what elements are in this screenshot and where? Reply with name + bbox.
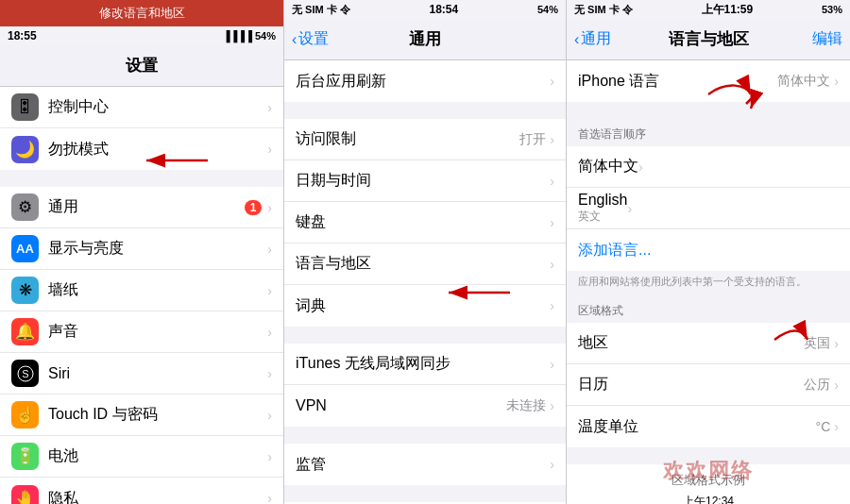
row-restrictions[interactable]: 访问限制 打开 › bbox=[284, 119, 566, 160]
mid-settings-list[interactable]: 后台应用刷新 › 访问限制 打开 › 日期与时间 › 键盘 › bbox=[284, 60, 566, 504]
siri-icon: S bbox=[11, 360, 39, 387]
row-general[interactable]: ⚙ 通用 1 › bbox=[0, 187, 283, 228]
row-display[interactable]: AA 显示与亮度 › bbox=[0, 228, 283, 270]
top-banner: 修改语言和地区 bbox=[0, 0, 283, 26]
chevron-icon: › bbox=[550, 74, 554, 89]
row-wallpaper[interactable]: ❋ 墙纸 › bbox=[0, 270, 283, 311]
chevron-icon: › bbox=[834, 74, 839, 89]
right-section-iphone-lang: iPhone 语言 简体中文 › bbox=[567, 60, 850, 102]
iphone-lang-label: iPhone 语言 bbox=[578, 72, 777, 92]
mid-section-4: 监管 › bbox=[284, 444, 566, 485]
row-sounds[interactable]: 🔔 声音 › bbox=[0, 311, 283, 353]
row-bg-refresh[interactable]: 后台应用刷新 › bbox=[284, 60, 566, 102]
chevron-icon: › bbox=[550, 298, 554, 313]
row-date-time[interactable]: 日期与时间 › bbox=[284, 160, 566, 202]
itunes-wifi-label: iTunes 无线局域网同步 bbox=[296, 354, 550, 374]
chevron-icon: › bbox=[550, 215, 554, 230]
right-nav-action[interactable]: 编辑 bbox=[812, 29, 842, 49]
mid-back-label: 设置 bbox=[298, 29, 329, 49]
chevron-icon: › bbox=[550, 132, 554, 147]
row-english[interactable]: English 英文 › bbox=[567, 188, 850, 229]
row-iphone-lang[interactable]: iPhone 语言 简体中文 › bbox=[567, 60, 850, 102]
back-chevron-icon: ‹ bbox=[292, 31, 297, 48]
simplified-chinese-label: 简体中文 bbox=[578, 157, 638, 176]
mid-section-2: 访问限制 打开 › 日期与时间 › 键盘 › 语言与地区 › 词典 bbox=[284, 119, 566, 327]
row-add-lang[interactable]: 添加语言... bbox=[567, 229, 850, 271]
right-nav-back[interactable]: ‹ 通用 bbox=[574, 29, 611, 49]
left-nav-bar: 设置 bbox=[0, 45, 283, 87]
mid-nav-back[interactable]: ‹ 设置 bbox=[292, 29, 329, 49]
restrictions-label: 访问限制 bbox=[296, 129, 519, 149]
row-simplified-chinese[interactable]: 简体中文 › bbox=[567, 146, 850, 188]
row-region[interactable]: 地区 英国 › bbox=[567, 323, 850, 364]
mid-nav-bar: ‹ 设置 通用 bbox=[284, 19, 566, 60]
dnd-label: 勿扰模式 bbox=[48, 140, 267, 160]
right-battery: 53% bbox=[822, 4, 842, 15]
mid-section-1: 后台应用刷新 › bbox=[284, 60, 566, 102]
spacer bbox=[284, 327, 566, 344]
general-badge: 1 bbox=[245, 200, 263, 215]
region-example-box: 区域格式示例 上午12:34 2022年1月5日 星期三 ¥1,234.56 -… bbox=[567, 464, 850, 504]
restrictions-value: 打开 bbox=[519, 131, 546, 148]
region-section-header: 区域格式 bbox=[567, 295, 850, 323]
touch-id-label: Touch ID 与密码 bbox=[48, 405, 267, 425]
row-privacy[interactable]: 🤚 隐私 › bbox=[0, 478, 283, 504]
chevron-icon: › bbox=[267, 491, 272, 504]
control-center-label: 控制中心 bbox=[48, 97, 267, 117]
mid-status-icons: 54% bbox=[537, 4, 558, 15]
bg-refresh-label: 后台应用刷新 bbox=[296, 72, 550, 92]
right-panel: 无 SIM 卡 令 上午11:59 53% ‹ 通用 语言与地区 编辑 iPho… bbox=[567, 0, 850, 504]
chevron-icon: › bbox=[834, 378, 839, 393]
row-touch-id[interactable]: ☝ Touch ID 与密码 › bbox=[0, 395, 283, 436]
right-status-bar: 无 SIM 卡 令 上午11:59 53% bbox=[567, 0, 850, 19]
mid-section-3: iTunes 无线局域网同步 › VPN 未连接 › bbox=[284, 344, 566, 427]
left-time: 18:55 bbox=[8, 29, 37, 42]
row-battery[interactable]: 🔋 电池 › bbox=[0, 436, 283, 478]
mid-time: 18:54 bbox=[430, 3, 459, 16]
row-calendar[interactable]: 日历 公历 › bbox=[567, 364, 850, 406]
left-section-1: 🎛 控制中心 › 🌙 勿扰模式 › bbox=[0, 87, 283, 170]
spacer bbox=[567, 447, 850, 464]
mid-status-bar: 无 SIM 卡 令 18:54 54% bbox=[284, 0, 566, 19]
chevron-icon: › bbox=[267, 283, 272, 298]
row-keyboard[interactable]: 键盘 › bbox=[284, 202, 566, 244]
general-label: 通用 bbox=[48, 197, 245, 217]
vpn-value: 未连接 bbox=[506, 397, 546, 414]
privacy-icon: 🤚 bbox=[11, 485, 39, 505]
touch-id-icon: ☝ bbox=[11, 401, 39, 428]
date-time-label: 日期与时间 bbox=[296, 171, 550, 191]
chevron-icon: › bbox=[267, 449, 272, 464]
region-example-data: 上午12:34 2022年1月5日 星期三 ¥1,234.56 -1.56789… bbox=[578, 493, 839, 504]
supervision-label: 监管 bbox=[296, 455, 550, 475]
add-lang-label: 添加语言... bbox=[578, 241, 651, 260]
chevron-icon: › bbox=[267, 408, 272, 423]
row-language-region[interactable]: 语言与地区 › bbox=[284, 244, 566, 285]
mid-nav-title: 通用 bbox=[409, 28, 441, 50]
row-supervision[interactable]: 监管 › bbox=[284, 444, 566, 485]
lang-section-note: 应用和网站将使用此列表中第一个受支持的语言。 bbox=[567, 271, 850, 295]
left-status-icons: ▐▐▐▐ 54% bbox=[223, 30, 276, 42]
row-itunes-wifi[interactable]: iTunes 无线局域网同步 › bbox=[284, 344, 566, 385]
row-control-center[interactable]: 🎛 控制中心 › bbox=[0, 87, 283, 128]
right-settings-list[interactable]: iPhone 语言 简体中文 › 首选语言顺序 简体中文 › English bbox=[567, 60, 850, 504]
right-signal: 无 SIM 卡 令 bbox=[574, 3, 633, 17]
siri-label: Siri bbox=[48, 365, 267, 382]
spacer bbox=[0, 170, 283, 187]
left-section-2: ⚙ 通用 1 › AA 显示与亮度 › ❋ 墙纸 › 🔔 声音 bbox=[0, 187, 283, 504]
lang-stack: 简体中文 bbox=[578, 157, 638, 176]
keyboard-label: 键盘 bbox=[296, 212, 550, 232]
right-time: 上午11:59 bbox=[702, 2, 754, 18]
row-vpn[interactable]: VPN 未连接 › bbox=[284, 385, 566, 427]
calendar-value: 公历 bbox=[804, 377, 830, 394]
row-siri[interactable]: S Siri › bbox=[0, 353, 283, 395]
row-do-not-disturb[interactable]: 🌙 勿扰模式 › bbox=[0, 128, 283, 170]
row-dictionary[interactable]: 词典 › bbox=[284, 285, 566, 327]
right-section-region: 地区 英国 › 日历 公历 › 温度单位 °C › bbox=[567, 323, 850, 447]
chevron-icon: › bbox=[267, 200, 272, 215]
chevron-icon: › bbox=[550, 257, 554, 272]
mid-signal: 无 SIM 卡 令 bbox=[292, 3, 350, 17]
left-settings-list[interactable]: 🎛 控制中心 › 🌙 勿扰模式 › ⚙ 通用 1 › bbox=[0, 87, 283, 504]
spacer bbox=[284, 485, 566, 502]
left-panel: 修改语言和地区 18:55 ▐▐▐▐ 54% 设置 🎛 控制中心 › 🌙 bbox=[0, 0, 284, 504]
row-temperature[interactable]: 温度单位 °C › bbox=[567, 406, 850, 447]
